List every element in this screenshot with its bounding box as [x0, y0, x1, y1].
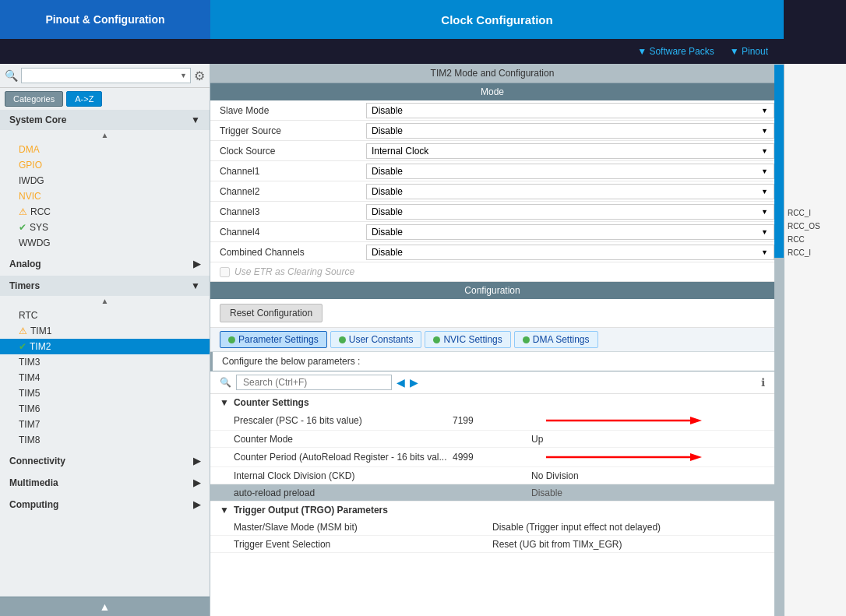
svg-marker-3 — [690, 453, 702, 461]
sub-header-buttons: ▼ Software Packs ▼ Pinout — [210, 46, 784, 57]
channel3-label: Channel3 — [210, 203, 366, 220]
gear-icon[interactable]: ⚙ — [194, 69, 205, 83]
counter-period-red-arrow — [546, 450, 702, 464]
timers-group-header[interactable]: Timers ▼ — [0, 276, 210, 296]
system-core-group-header[interactable]: System Core ▼ — [0, 110, 210, 130]
clock-source-select-wrapper: Internal Clock ▼ — [366, 143, 774, 159]
parameter-settings-tab[interactable]: Parameter Settings — [220, 331, 327, 348]
trigger-event-row: Trigger Event Selection Reset (UG bit fr… — [210, 536, 774, 553]
sidebar-item-tim7[interactable]: TIM7 — [0, 417, 210, 432]
multimedia-group-header[interactable]: Multimedia ▶ — [0, 473, 210, 493]
channel4-label: Channel4 — [210, 224, 366, 241]
combined-channels-select[interactable]: Disable — [366, 245, 774, 260]
nvic-dot — [433, 336, 440, 343]
sidebar-search-select[interactable] — [21, 68, 191, 83]
counter-settings-header[interactable]: ▼ Counter Settings — [210, 394, 774, 411]
trigger-source-label: Trigger Source — [210, 122, 366, 139]
sidebar-item-sys[interactable]: ✔ SYS — [0, 220, 210, 235]
sidebar-item-tim1[interactable]: ⚠ TIM1 — [0, 323, 210, 339]
channel1-label: Channel1 — [210, 163, 366, 180]
search-prev-icon[interactable]: ◀ — [397, 376, 405, 389]
sidebar-item-tim8[interactable]: TIM8 — [0, 432, 210, 448]
tab-bar: Parameter Settings User Constants NVIC S… — [210, 328, 774, 352]
combined-channels-select-wrapper: Disable ▼ — [366, 245, 774, 260]
counter-period-value: 4999 — [453, 452, 546, 463]
sidebar-item-tim4[interactable]: TIM4 — [0, 370, 210, 385]
sidebar: 🔍 ▼ ⚙ Categories A->Z System Core ▼ — [0, 64, 210, 616]
etr-checkbox-row: Use ETR as Clearing Source — [210, 262, 774, 281]
ckd-value: No Division — [531, 470, 765, 481]
nvic-settings-tab[interactable]: NVIC Settings — [425, 331, 510, 348]
az-tab[interactable]: A->Z — [66, 91, 102, 107]
sidebar-item-dma[interactable]: DMA — [0, 142, 210, 157]
sidebar-nav-up[interactable]: ▲ — [100, 600, 111, 613]
sidebar-item-gpio[interactable]: GPIO — [0, 157, 210, 173]
analog-chevron: ▶ — [193, 259, 200, 269]
sidebar-item-nvic[interactable]: NVIC — [0, 188, 210, 204]
channel1-row: Channel1 Disable ▼ — [210, 161, 774, 181]
clock-config-header: Clock Configuration — [210, 0, 784, 39]
counter-period-arrow-area — [546, 450, 765, 464]
trigger-output-header[interactable]: ▼ Trigger Output (TRGO) Parameters — [210, 502, 774, 519]
up-arrow-icon: ▲ — [101, 131, 109, 139]
rcc-label-3: RCC_I — [788, 247, 843, 259]
sidebar-item-tim5[interactable]: TIM5 — [0, 385, 210, 401]
counter-period-label: Counter Period (AutoReload Register - 16… — [234, 452, 453, 463]
software-packs-btn[interactable]: ▼ Software Packs — [637, 46, 714, 57]
auto-reload-label: auto-reload preload — [234, 488, 531, 498]
etr-checkbox[interactable] — [220, 267, 230, 277]
sidebar-item-rtc[interactable]: RTC — [0, 308, 210, 323]
trigger-output-group: ▼ Trigger Output (TRGO) Parameters Maste… — [210, 502, 774, 553]
computing-group: Computing ▶ — [0, 495, 210, 515]
sidebar-item-iwdg[interactable]: IWDG — [0, 173, 210, 188]
pinout-config-title: Pinout & Configuration — [45, 13, 164, 26]
config-bar: Configuration — [210, 282, 774, 299]
connectivity-chevron: ▶ — [193, 456, 200, 466]
sidebar-search-wrapper: ▼ — [21, 68, 191, 83]
channel4-select[interactable]: Disable — [366, 224, 774, 240]
prescaler-row: Prescaler (PSC - 16 bits value) 7199 — [210, 411, 774, 431]
channel3-select[interactable]: Disable — [366, 204, 774, 220]
mode-form: Slave Mode Disable ▼ Trigger Source Disa… — [210, 100, 774, 282]
sidebar-item-tim2[interactable]: ✔ TIM2 — [0, 339, 210, 354]
slave-mode-select[interactable]: Disable — [366, 103, 774, 118]
connectivity-group-header[interactable]: Connectivity ▶ — [0, 451, 210, 471]
categories-tab[interactable]: Categories — [5, 91, 63, 107]
computing-group-header[interactable]: Computing ▶ — [0, 495, 210, 515]
rcc-label-2: RCC — [788, 234, 843, 245]
sidebar-item-wwdg[interactable]: WWDG — [0, 235, 210, 251]
channel1-select[interactable]: Disable — [366, 164, 774, 179]
channel2-select[interactable]: Disable — [366, 184, 774, 199]
scroll-up-btn[interactable]: ▲ — [0, 130, 210, 140]
timers-chevron: ▼ — [191, 280, 200, 291]
timers-scroll-up[interactable]: ▲ — [0, 296, 210, 306]
user-constants-tab[interactable]: User Constants — [330, 331, 422, 348]
reset-config-button[interactable]: Reset Configuration — [220, 304, 323, 322]
channel3-select-wrapper: Disable ▼ — [366, 204, 774, 220]
sidebar-content: System Core ▼ ▲ DMA GPIO IWDG — [0, 110, 210, 597]
main-scrollbar[interactable] — [774, 64, 784, 616]
trigger-source-select-wrapper: Disable ▼ — [366, 123, 774, 139]
prescaler-red-arrow — [546, 414, 702, 428]
trigger-source-select[interactable]: Disable — [366, 123, 774, 139]
params-content: ▼ Counter Settings Prescaler (PSC - 16 b… — [210, 394, 774, 616]
counter-collapse-icon: ▼ — [220, 397, 229, 408]
pinout-btn[interactable]: ▼ Pinout — [730, 46, 768, 57]
counter-period-row: Counter Period (AutoReload Register - 16… — [210, 448, 774, 467]
clock-source-select[interactable]: Internal Clock — [366, 143, 774, 159]
search-next-icon[interactable]: ▶ — [410, 376, 418, 389]
params-search-icon: 🔍 — [220, 377, 231, 388]
prescaler-arrow-area — [546, 414, 765, 428]
sidebar-item-tim3[interactable]: TIM3 — [0, 354, 210, 370]
timers-items: RTC ⚠ TIM1 ✔ TIM2 TIM3 TIM4 — [0, 306, 210, 449]
analog-group-header[interactable]: Analog ▶ — [0, 254, 210, 274]
dma-settings-tab[interactable]: DMA Settings — [514, 331, 598, 348]
channel1-select-wrapper: Disable ▼ — [366, 164, 774, 179]
params-search-input[interactable] — [236, 375, 392, 390]
info-icon[interactable]: ℹ — [761, 376, 765, 389]
channel4-row: Channel4 Disable ▼ — [210, 222, 774, 242]
auto-reload-row: auto-reload preload Disable — [210, 484, 774, 502]
counter-settings-group: ▼ Counter Settings Prescaler (PSC - 16 b… — [210, 394, 774, 502]
sidebar-item-rcc[interactable]: ⚠ RCC — [0, 204, 210, 220]
sidebar-item-tim6[interactable]: TIM6 — [0, 401, 210, 417]
